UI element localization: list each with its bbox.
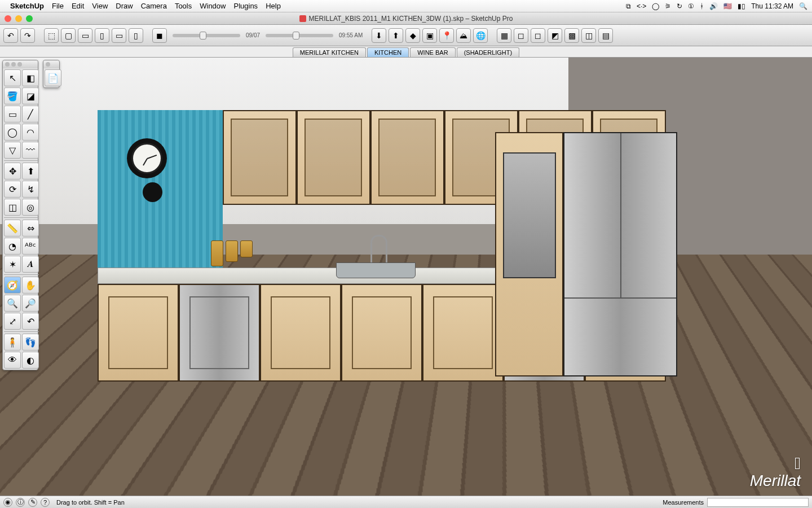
window-titlebar[interactable]: MERILLAT_KBIS 2011_M1 KICTHEN_3DW (1).sk… (0, 12, 812, 25)
menu-tools[interactable]: Tools (175, 2, 192, 10)
tool-zoomwindow[interactable]: 🔎 (22, 295, 39, 312)
tool-walk[interactable]: 👣 (22, 334, 39, 351)
3d-viewport[interactable]: 𓅮 Merillat (0, 58, 812, 496)
tool-rotate[interactable]: ⟳ (4, 181, 21, 198)
scene-tab-merillat[interactable]: MERILLAT KITCHEN (293, 47, 366, 57)
monochrome-button[interactable]: ◫ (581, 28, 596, 43)
menu-edit[interactable]: Edit (72, 2, 84, 10)
redo-button[interactable]: ↷ (20, 28, 35, 43)
measurements-input[interactable] (707, 498, 809, 507)
front-button[interactable]: ▭ (78, 28, 92, 43)
wifi-icon[interactable]: ⚞ (665, 2, 671, 10)
tool-select[interactable]: ↖ (4, 69, 21, 86)
tool-layers[interactable]: 📄 (45, 69, 61, 86)
tool-followme[interactable]: ↯ (22, 181, 39, 198)
flag-icon[interactable]: 🇺🇸 (723, 2, 732, 10)
tool-pan[interactable]: ✋ (22, 277, 39, 294)
shadedtex-button[interactable]: ▩ (564, 28, 579, 43)
tool-offset[interactable]: ◎ (22, 199, 39, 216)
battery-icon[interactable]: ▮▯ (738, 2, 745, 10)
addlocation-button[interactable]: 📍 (439, 28, 454, 43)
wireframe-button[interactable]: ◻ (514, 28, 528, 43)
tool-dimension[interactable]: ⇔ (22, 220, 39, 237)
dropbox-icon[interactable]: ⧉ (626, 2, 631, 10)
tool-line[interactable]: ╱ (22, 106, 39, 122)
timemachine-icon[interactable]: ◯ (652, 2, 659, 10)
tool-axes[interactable]: ✶ (4, 256, 21, 273)
menu-camera[interactable]: Camera (141, 2, 167, 10)
back-button[interactable]: ▭ (112, 28, 126, 43)
tool-tape[interactable]: 📏 (4, 220, 21, 237)
tool-rectangle[interactable]: ▭ (4, 106, 21, 122)
help-icon[interactable]: ? (41, 498, 50, 507)
tool-section[interactable]: ◐ (22, 352, 39, 369)
tool-pushpull[interactable]: ⬆ (22, 163, 39, 179)
palette-close-icon[interactable] (5, 62, 10, 67)
tool-eraser[interactable]: ◪ (22, 87, 39, 104)
menu-help[interactable]: Help (266, 2, 281, 10)
getmodels-button[interactable]: ⬇ (372, 28, 386, 43)
tool-zoom[interactable]: 🔍 (4, 295, 21, 312)
toggleterrain-button[interactable]: ⛰ (456, 28, 471, 43)
shadow-date-slider[interactable] (173, 34, 240, 37)
scene-tab-kitchen[interactable]: KITCHEN (367, 47, 409, 57)
watermark: 𓅮 Merillat (750, 455, 801, 490)
tool-protractor[interactable]: ◔ (4, 238, 21, 255)
tool-move[interactable]: ✥ (4, 163, 21, 179)
small-tool-palette[interactable]: 📄 (43, 60, 60, 88)
minimize-button[interactable] (15, 15, 22, 22)
tool-position[interactable]: 🧍 (4, 334, 21, 351)
credits-icon[interactable]: ⓘ (16, 498, 25, 507)
scene-tab-shaderlight[interactable]: (SHADERLIGHT) (457, 47, 520, 57)
tool-polygon[interactable]: ▽ (4, 142, 21, 159)
tool-paint[interactable]: 🪣 (4, 87, 21, 104)
tool-lookaround[interactable]: 👁 (4, 352, 21, 369)
shadow-time-slider[interactable] (266, 34, 333, 37)
sharecomponent-button[interactable]: ◆ (405, 28, 420, 43)
shadow-toggle-button[interactable]: ◼ (152, 28, 167, 43)
googleearth-button[interactable]: 🌐 (473, 28, 488, 43)
tool-circle[interactable]: ◯ (4, 124, 21, 141)
zoom-button[interactable] (26, 15, 33, 22)
palette-close-icon[interactable] (46, 62, 50, 67)
undo-button[interactable]: ↶ (3, 28, 18, 43)
app-name[interactable]: SketchUp (10, 2, 44, 10)
menu-plugins[interactable]: Plugins (233, 2, 258, 10)
menu-file[interactable]: File (52, 2, 64, 10)
status-bar: ◉ ⓘ ✎ ? Drag to orbit. Shift = Pan Measu… (0, 496, 812, 508)
refresh-icon[interactable]: ↻ (677, 2, 682, 10)
right-button[interactable]: ▯ (95, 28, 109, 43)
bluetooth-icon[interactable]: ᚼ (700, 2, 704, 10)
menubar-clock[interactable]: Thu 11:32 AM (751, 2, 793, 10)
iso-button[interactable]: ⬚ (44, 28, 59, 43)
menu-draw[interactable]: Draw (116, 2, 133, 10)
geo-icon[interactable]: ◉ (3, 498, 12, 507)
claim-icon[interactable]: ✎ (28, 498, 37, 507)
sharemodel-button[interactable]: ⬆ (389, 28, 403, 43)
xray-button[interactable]: ▦ (497, 28, 511, 43)
menu-view[interactable]: View (92, 2, 108, 10)
tool-orbit[interactable]: 🧭 (4, 277, 21, 294)
large-tool-palette[interactable]: ↖◧🪣◪▭╱◯◠▽〰✥⬆⟳↯◫◎📏⇔◔ᴬᴮᶜ✶𝑨🧭✋🔍🔎⤢↶🧍👣👁◐ (2, 60, 38, 370)
hiddenline-button[interactable]: ◻ (531, 28, 545, 43)
tool-previous[interactable]: ↶ (22, 313, 39, 330)
menu-window[interactable]: Window (200, 2, 226, 10)
tool-component[interactable]: ◧ (22, 69, 39, 86)
tool-zoomextents[interactable]: ⤢ (4, 313, 21, 330)
tool-text[interactable]: ᴬᴮᶜ (22, 238, 39, 255)
shaded-button[interactable]: ◩ (548, 28, 562, 43)
styles-button[interactable]: ▤ (598, 28, 613, 43)
spotlight-icon[interactable]: 🔍 (799, 2, 807, 10)
tool-scale[interactable]: ◫ (4, 199, 21, 216)
volume-icon[interactable]: 🔊 (709, 2, 718, 10)
3dwarehouse-button[interactable]: ▣ (422, 28, 437, 43)
clock-icon[interactable]: ① (688, 2, 694, 10)
close-button[interactable] (5, 15, 11, 22)
scene-tab-winebar[interactable]: WINE BAR (410, 47, 455, 57)
left-button[interactable]: ▯ (129, 28, 143, 43)
sync-icon[interactable]: <·> (637, 2, 646, 10)
tool-freehand[interactable]: 〰 (22, 142, 39, 159)
tool-3dtext[interactable]: 𝑨 (22, 256, 39, 273)
top-button[interactable]: ▢ (61, 28, 76, 43)
tool-arc[interactable]: ◠ (22, 124, 39, 141)
